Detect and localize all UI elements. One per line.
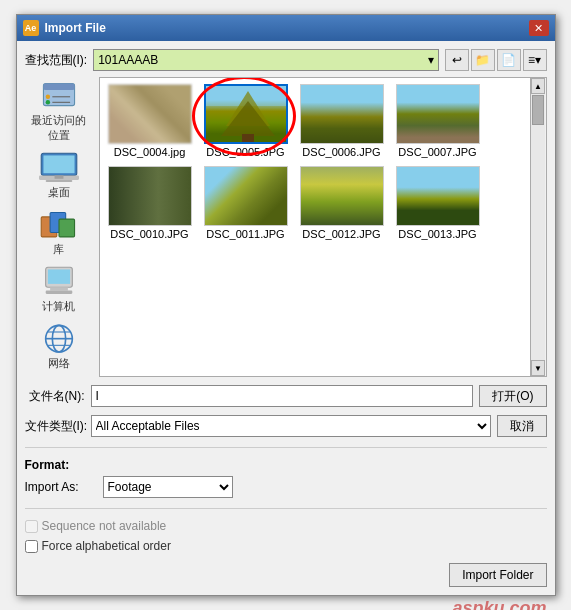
format-label: Format: (25, 458, 547, 472)
sequence-label: Sequence not available (42, 519, 167, 533)
toolbar-label: 查找范围(I): (25, 52, 88, 69)
view-button[interactable]: ≡▾ (523, 49, 547, 71)
file-item[interactable]: DSC_0004.jpg (106, 84, 194, 158)
computer-icon (39, 265, 79, 299)
library-icon (39, 208, 79, 242)
toolbar-buttons: ↩ 📁 📄 ≡▾ (445, 49, 547, 71)
bottom-row: Import Folder (25, 563, 547, 587)
filetype-select[interactable]: All Acceptable Files (91, 415, 491, 437)
alphabetical-label: Force alphabetical order (42, 539, 171, 553)
svg-rect-10 (45, 180, 72, 182)
import-as-label: Import As: (25, 480, 95, 494)
sidebar-label-desktop: 桌面 (48, 185, 70, 200)
open-button[interactable]: 打开(O) (479, 385, 546, 407)
new-folder-button[interactable]: 📄 (497, 49, 521, 71)
sidebar-item-recent[interactable]: 最近访问的位置 (27, 77, 91, 145)
filename-label: 文件名(N): (25, 388, 85, 405)
file-item[interactable]: DSC_0013.JPG (394, 166, 482, 240)
svg-point-2 (45, 95, 49, 99)
cancel-button[interactable]: 取消 (497, 415, 547, 437)
svg-rect-7 (43, 156, 74, 174)
svg-point-4 (45, 100, 49, 104)
scroll-down-button[interactable]: ▼ (531, 360, 545, 376)
title-bar: Ae Import File ✕ (17, 15, 555, 41)
file-thumbnail (204, 84, 288, 144)
sequence-checkbox-row: Sequence not available (25, 519, 547, 533)
up-folder-button[interactable]: 📁 (471, 49, 495, 71)
svg-rect-15 (47, 270, 69, 284)
divider (25, 447, 547, 448)
close-button[interactable]: ✕ (529, 20, 549, 36)
sidebar-label-computer: 计算机 (42, 299, 75, 314)
file-name: DSC_0006.JPG (302, 146, 380, 158)
svg-rect-13 (59, 219, 75, 237)
path-combo[interactable]: 101AAAAB ▾ (93, 49, 438, 71)
file-area[interactable]: DSC_0004.jpg (99, 77, 531, 377)
back-button[interactable]: ↩ (445, 49, 469, 71)
format-section: Format: Import As: Footage Composition C… (25, 458, 547, 498)
filename-input[interactable] (91, 385, 474, 407)
svg-rect-16 (50, 288, 68, 291)
sidebar: 最近访问的位置 桌面 (25, 77, 93, 377)
file-name: DSC_0010.JPG (110, 228, 188, 240)
file-item[interactable]: DSC_0011.JPG (202, 166, 290, 240)
file-thumbnail (108, 84, 192, 144)
file-thumbnail (396, 84, 480, 144)
scrollbar[interactable]: ▲ ▼ (531, 77, 547, 377)
file-name: DSC_0007.JPG (398, 146, 476, 158)
file-name: DSC_0012.JPG (302, 228, 380, 240)
sidebar-label-library: 库 (53, 242, 64, 257)
file-name: DSC_0013.JPG (398, 228, 476, 240)
alphabetical-checkbox-row: Force alphabetical order (25, 539, 547, 553)
svg-rect-9 (54, 176, 63, 179)
network-icon (39, 322, 79, 356)
file-thumbnail (300, 84, 384, 144)
sidebar-item-desktop[interactable]: 桌面 (27, 149, 91, 202)
sidebar-item-library[interactable]: 库 (27, 206, 91, 259)
file-name: DSC_0011.JPG (206, 228, 284, 240)
svg-rect-27 (242, 134, 254, 144)
file-item[interactable]: DSC_0007.JPG (394, 84, 482, 158)
import-as-row: Import As: Footage Composition Compositi… (25, 476, 547, 498)
toolbar-row: 查找范围(I): 101AAAAB ▾ ↩ 📁 📄 ≡▾ (25, 49, 547, 71)
file-item[interactable]: DSC_0012.JPG (298, 166, 386, 240)
watermark: aspku.com (452, 598, 546, 610)
file-thumbnail (300, 166, 384, 226)
file-thumbnail (396, 166, 480, 226)
sidebar-item-network[interactable]: 网络 (27, 320, 91, 373)
sidebar-label-network: 网络 (48, 356, 70, 371)
file-thumbnail (204, 166, 288, 226)
file-thumbnail (108, 166, 192, 226)
file-item-selected[interactable]: DSC_0005.JPG (202, 84, 290, 158)
import-as-select[interactable]: Footage Composition Composition - Retain… (103, 476, 233, 498)
filetype-label: 文件类型(I): (25, 418, 85, 435)
import-folder-button[interactable]: Import Folder (449, 563, 546, 587)
app-icon: Ae (23, 20, 39, 36)
svg-marker-26 (221, 101, 275, 136)
sequence-checkbox[interactable] (25, 520, 38, 533)
dialog-body: 查找范围(I): 101AAAAB ▾ ↩ 📁 📄 ≡▾ (17, 41, 555, 595)
scroll-thumb[interactable] (532, 95, 544, 125)
divider2 (25, 508, 547, 509)
desktop-icon (39, 151, 79, 185)
title-bar-left: Ae Import File (23, 20, 106, 36)
svg-rect-1 (43, 84, 74, 91)
scroll-track[interactable] (531, 94, 545, 360)
filetype-row: 文件类型(I): All Acceptable Files 取消 (25, 415, 547, 437)
main-area: 最近访问的位置 桌面 (25, 77, 547, 377)
alphabetical-checkbox[interactable] (25, 540, 38, 553)
combo-arrow: ▾ (428, 53, 434, 67)
svg-rect-17 (45, 291, 72, 294)
file-name: DSC_0005.JPG (206, 146, 284, 158)
file-item[interactable]: DSC_0010.JPG (106, 166, 194, 240)
file-item[interactable]: DSC_0006.JPG (298, 84, 386, 158)
file-name: DSC_0004.jpg (114, 146, 186, 158)
recent-icon (39, 79, 79, 113)
filename-row: 文件名(N): 打开(O) (25, 385, 547, 407)
import-file-dialog: Ae Import File ✕ 查找范围(I): 101AAAAB ▾ ↩ 📁… (16, 14, 556, 596)
dialog-title: Import File (45, 21, 106, 35)
sidebar-item-computer[interactable]: 计算机 (27, 263, 91, 316)
sidebar-label-recent: 最近访问的位置 (29, 113, 89, 143)
scroll-up-button[interactable]: ▲ (531, 78, 545, 94)
